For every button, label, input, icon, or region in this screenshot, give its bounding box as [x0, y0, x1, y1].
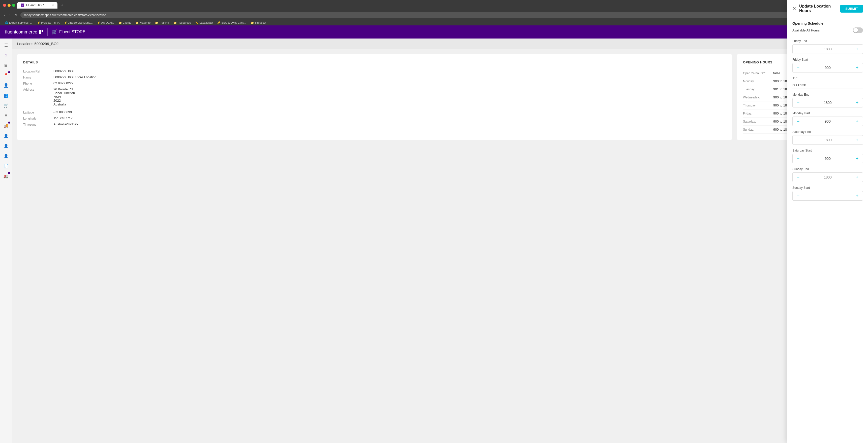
monday-end-value[interactable] — [804, 101, 851, 105]
sidebar-item-grid[interactable]: ⊞ — [1, 61, 10, 70]
sunday-end-label: Sunday End — [793, 167, 863, 171]
available-all-hours-toggle[interactable] — [853, 28, 863, 33]
minimize-button[interactable] — [7, 4, 10, 7]
sunday-end-increment[interactable]: + — [851, 173, 863, 182]
back-button[interactable]: ‹ — [3, 12, 6, 18]
detail-label-latitude: Latitude — [23, 110, 54, 114]
monday-label: Monday: — [743, 79, 773, 83]
monday-start-value[interactable] — [804, 119, 851, 123]
sidebar-item-truck2[interactable]: 🚛 — [1, 171, 10, 180]
panel-title: Update Location Hours — [799, 4, 840, 13]
friday-end-label: Friday End — [793, 39, 863, 43]
id-field-input[interactable] — [793, 81, 863, 89]
panel-header: ✕ Update Location Hours SUBMIT — [787, 0, 868, 18]
bookmark-bitbucket[interactable]: 📁 Bitbucket — [249, 21, 268, 25]
sidebar: ☰ ⌂ ⊞ 📍 👤 👥 🛒 ≡ 🚚 👤 👤 👤 📄 🚛 — [0, 38, 12, 443]
sunday-start-decrement[interactable]: − — [793, 191, 804, 200]
refresh-button[interactable]: ↻ — [13, 12, 19, 18]
sunday-end-value[interactable] — [804, 175, 851, 179]
toggle-knob — [854, 28, 858, 32]
main-content: Locations 5000299_BOJ DETAILS Location R… — [12, 38, 868, 443]
sidebar-item-list[interactable]: ≡ — [1, 111, 10, 120]
bookmark-icon-8: 📁 — [174, 22, 177, 24]
friday-start-increment[interactable]: + — [851, 63, 863, 72]
monday-end-decrement[interactable]: − — [793, 98, 804, 107]
saturday-start-value[interactable] — [804, 157, 851, 161]
tab-close-button[interactable]: ✕ — [52, 4, 54, 7]
app-logo: fluentcommerce — [5, 29, 43, 35]
monday-end-increment[interactable]: + — [851, 98, 863, 107]
details-card-title: DETAILS — [23, 60, 726, 64]
new-tab-button[interactable]: + — [60, 3, 65, 7]
friday-start-value[interactable] — [804, 66, 851, 70]
cards-container: DETAILS Location Ref 5000299_BOJ Name 50… — [12, 49, 868, 145]
detail-value-address: 26 Bronte Rd Bondi Junction NSW 2022 Aus… — [54, 87, 75, 106]
saturday-end-decrement[interactable]: − — [793, 135, 804, 144]
location-badge — [8, 71, 10, 73]
sidebar-item-user1[interactable]: 👤 — [1, 131, 10, 140]
sidebar-item-person[interactable]: 👤 — [1, 81, 10, 90]
detail-label-timezone: Timezone — [23, 122, 54, 126]
sidebar-item-menu[interactable]: ☰ — [1, 40, 10, 49]
bookmark-projects-jira[interactable]: ⚡ Projects - JIRA — [35, 21, 62, 25]
maximize-button[interactable] — [12, 4, 15, 7]
monday-start-decrement[interactable]: − — [793, 117, 804, 126]
detail-value-longitude: 151.2487717 — [54, 116, 72, 120]
bookmark-jira-service[interactable]: ⚡ Jira Service Mana... — [62, 21, 94, 25]
cart-icon: 🛒 — [52, 29, 57, 35]
friday-start-decrement[interactable]: − — [793, 63, 804, 72]
saturday-end-value[interactable] — [804, 138, 851, 142]
traffic-lights — [3, 4, 15, 7]
bookmark-sso[interactable]: 🔑 SSO & OMS Early... — [215, 21, 248, 25]
detail-value-latitude: -33.8930699 — [54, 110, 72, 114]
sidebar-item-group[interactable]: 👥 — [1, 91, 10, 100]
bookmark-training[interactable]: 📁 Training — [153, 21, 171, 25]
opening-schedule-title: Opening Schedule — [793, 22, 863, 26]
address-bar[interactable] — [21, 12, 824, 18]
friday-end-value[interactable] — [804, 47, 851, 51]
sidebar-item-home[interactable]: ⌂ — [1, 50, 10, 60]
bookmark-magento[interactable]: 📁 Magento — [133, 21, 153, 25]
open-24-value: false — [773, 71, 780, 75]
monday-start-input: − + — [793, 116, 863, 126]
saturday-start-group: Saturday Start − + — [793, 149, 863, 163]
close-button[interactable] — [3, 4, 6, 7]
bookmark-clients[interactable]: 📁 Clients — [117, 21, 133, 25]
forward-button[interactable]: › — [8, 12, 11, 18]
bookmark-expert-services[interactable]: 🌐 Expert Services -... — [3, 21, 34, 25]
sidebar-item-user2[interactable]: 👤 — [1, 141, 10, 150]
detail-value-phone: 02 9822 0222 — [54, 81, 73, 85]
sunday-start-increment[interactable]: + — [851, 191, 863, 200]
saturday-start-increment[interactable]: + — [851, 154, 863, 163]
friday-end-decrement[interactable]: − — [793, 44, 804, 54]
sidebar-item-cart[interactable]: 🛒 — [1, 101, 10, 110]
browser-tab[interactable]: F Fluent STORE ✕ — [17, 2, 58, 8]
sidebar-item-location[interactable]: 📍 — [1, 71, 10, 80]
bookmark-au-demo[interactable]: ⚡ AU DEMO — [95, 21, 116, 25]
submit-button[interactable]: SUBMIT — [840, 5, 863, 12]
saturday-start-decrement[interactable]: − — [793, 154, 804, 163]
bookmark-icon-3: ⚡ — [64, 22, 67, 24]
bookmark-excalidraw[interactable]: ✏️ Excalidraw — [193, 21, 215, 25]
bookmark-icon-11: 📁 — [251, 22, 254, 24]
details-card: DETAILS Location Ref 5000299_BOJ Name 50… — [17, 55, 732, 140]
monday-end-label: Monday End — [793, 93, 863, 96]
divider-1 — [793, 37, 863, 37]
sidebar-item-user3[interactable]: 👤 — [1, 151, 10, 160]
sunday-end-group: Sunday End − + — [793, 167, 863, 182]
panel-close-button[interactable]: ✕ — [793, 6, 796, 11]
sunday-start-value[interactable] — [804, 194, 851, 198]
sunday-end-decrement[interactable]: − — [793, 173, 804, 182]
detail-row-longitude: Longitude 151.2487717 — [23, 116, 726, 120]
browser-toolbar: ‹ › ↻ ☆ Incognito (2) ⋮ — [0, 10, 868, 20]
bookmark-resources[interactable]: 📁 Resources — [172, 21, 193, 25]
bookmark-icon-2: ⚡ — [37, 22, 40, 24]
sidebar-item-document[interactable]: 📄 — [1, 161, 10, 170]
friday-end-increment[interactable]: + — [851, 44, 863, 54]
friday-start-label: Friday Start — [793, 58, 863, 61]
saturday-end-increment[interactable]: + — [851, 135, 863, 144]
sidebar-item-truck[interactable]: 🚚 — [1, 121, 10, 130]
browser-titlebar: F Fluent STORE ✕ + ⌄ — [0, 0, 868, 10]
monday-start-increment[interactable]: + — [851, 117, 863, 126]
tab-title: Fluent STORE — [26, 3, 46, 7]
